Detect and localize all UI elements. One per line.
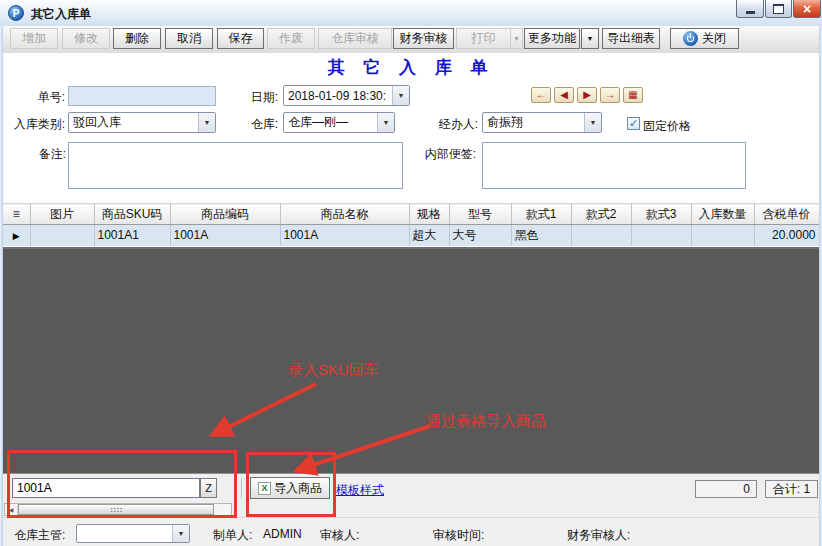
order-no-label: 单号: — [6, 89, 65, 106]
cell-code[interactable]: 1001A — [170, 225, 280, 246]
supervisor-label: 仓库主管: — [14, 527, 65, 544]
chevron-down-icon[interactable]: ▼ — [172, 525, 189, 542]
fixed-price-checkbox[interactable] — [627, 117, 640, 130]
cell-model[interactable]: 大号 — [449, 225, 511, 246]
col-sku[interactable]: 商品SKU码 — [94, 204, 170, 225]
cell-style3[interactable] — [631, 225, 691, 246]
financial-audit-button[interactable]: 财务审核 — [393, 28, 454, 49]
col-style3[interactable]: 款式3 — [631, 204, 691, 225]
close-form-label: 关闭 — [702, 30, 726, 47]
col-code[interactable]: 商品编码 — [170, 204, 280, 225]
window-frame-left — [0, 26, 3, 546]
print-button[interactable]: 打印 — [456, 28, 511, 49]
creator-label: 制单人: — [213, 527, 252, 544]
warehouse-audit-button[interactable]: 仓库审核 — [318, 28, 392, 49]
col-model[interactable]: 型号 — [449, 204, 511, 225]
chevron-down-icon: ▼ — [587, 35, 594, 42]
nav-next-button[interactable]: ▶ — [577, 87, 597, 103]
close-form-button[interactable]: 关闭 — [670, 28, 739, 49]
category-label: 入库类别: — [3, 116, 65, 133]
col-style2[interactable]: 款式2 — [571, 204, 631, 225]
cell-name[interactable]: 1001A — [280, 225, 409, 246]
remarks-field[interactable] — [68, 142, 403, 189]
template-style-link[interactable]: 模板样式 — [336, 482, 384, 499]
annotation-sku-note: 录入SKU回车 — [288, 361, 379, 380]
col-name[interactable]: 商品名称 — [280, 204, 409, 225]
internal-note-label: 内部便签: — [412, 146, 476, 163]
print-dropdown-button[interactable]: ▼ — [510, 28, 523, 49]
total-box: 合计: 1 — [765, 480, 818, 498]
items-grid: ≡ 图片 商品SKU码 商品编码 商品名称 规格 型号 款式1 款式2 款式3 … — [3, 203, 820, 246]
handler-select[interactable]: 俞振翔 ▼ — [482, 112, 602, 133]
cell-sku[interactable]: 1001A1 — [94, 225, 170, 246]
supervisor-select[interactable]: ▼ — [76, 524, 190, 543]
financial-auditor-label: 财务审核人: — [567, 527, 630, 544]
annotation-import-note: 通过表格导入商品 — [426, 412, 546, 431]
add-button[interactable]: 增加 — [10, 28, 58, 49]
col-qty[interactable]: 入库数量 — [691, 204, 754, 225]
order-no-input[interactable] — [68, 86, 216, 106]
minimize-button[interactable] — [736, 0, 764, 18]
cell-qty[interactable] — [691, 225, 754, 246]
nav-first-button[interactable]: ← — [531, 87, 551, 103]
chevron-down-icon[interactable]: ▼ — [584, 113, 601, 132]
chevron-down-icon[interactable]: ▼ — [198, 113, 215, 132]
annotation-box-import-button — [246, 452, 336, 517]
app-icon: P — [8, 5, 24, 21]
count-box: 0 — [695, 480, 757, 498]
chevron-down-icon: ▼ — [513, 35, 520, 42]
cell-style1[interactable]: 黑色 — [511, 225, 571, 246]
nav-browse-button[interactable]: ▦ — [623, 87, 643, 103]
selector-lines-icon: ≡ — [13, 207, 20, 221]
cancel-button[interactable]: 取消 — [165, 28, 213, 49]
warehouse-label: 仓库: — [244, 116, 278, 133]
nav-prev-button[interactable]: ◀ — [554, 87, 574, 103]
void-button[interactable]: 作废 — [267, 28, 315, 49]
document-title: 其 它 入 库 单 — [0, 56, 822, 79]
row-selector-header: ≡ — [3, 204, 30, 225]
more-functions-dropdown-button[interactable]: ▼ — [581, 28, 599, 49]
export-detail-button[interactable]: 导出细表 — [602, 28, 660, 49]
date-value: 2018-01-09 18:30: — [284, 89, 392, 103]
save-button[interactable]: 保存 — [217, 28, 264, 49]
grid-header-row: ≡ 图片 商品SKU码 商品编码 商品名称 规格 型号 款式1 款式2 款式3 … — [3, 204, 819, 225]
close-window-button[interactable]: × — [793, 0, 821, 18]
cell-spec[interactable]: 超大 — [409, 225, 449, 246]
row-marker-icon: ▶ — [13, 231, 20, 241]
auditor-label: 审核人: — [320, 527, 359, 544]
current-row-indicator: ▶ — [3, 225, 30, 246]
warehouse-value: 仓库—刚— — [284, 114, 377, 131]
close-icon: × — [803, 2, 811, 16]
cell-style2[interactable] — [571, 225, 631, 246]
col-picture[interactable]: 图片 — [30, 204, 94, 225]
date-picker[interactable]: 2018-01-09 18:30: ▼ — [283, 85, 410, 106]
chevron-down-icon[interactable]: ▼ — [392, 86, 409, 105]
statusbar: 仓库主管: ▼ 制单人: ADMIN 审核人: 审核时间: 财务审核人: — [0, 517, 822, 546]
annotation-box-sku-input — [7, 450, 237, 518]
table-row[interactable]: ▶ 1001A1 1001A 1001A 超大 大号 黑色 20.0000 — [3, 225, 819, 246]
cell-price[interactable]: 20.0000 — [754, 225, 819, 246]
grid-empty-area — [3, 247, 819, 473]
nav-last-button[interactable]: → — [600, 87, 620, 103]
col-spec[interactable]: 规格 — [409, 204, 449, 225]
minimize-icon — [746, 11, 755, 14]
internal-note-field[interactable] — [482, 142, 746, 189]
chevron-down-icon[interactable]: ▼ — [377, 113, 394, 132]
power-icon — [683, 31, 698, 46]
separator — [241, 478, 243, 498]
col-style1[interactable]: 款式1 — [511, 204, 571, 225]
fixed-price-label: 固定价格 — [643, 118, 691, 135]
col-price[interactable]: 含税单价 — [754, 204, 819, 225]
handler-label: 经办人: — [426, 116, 478, 133]
category-select[interactable]: 驳回入库 ▼ — [68, 112, 216, 133]
date-label: 日期: — [240, 89, 278, 106]
restore-button[interactable] — [765, 0, 792, 18]
warehouse-select[interactable]: 仓库—刚— ▼ — [283, 112, 395, 133]
creator-value: ADMIN — [263, 527, 302, 541]
delete-button[interactable]: 删除 — [113, 28, 161, 49]
more-functions-button[interactable]: 更多功能 — [524, 28, 580, 49]
restore-icon — [773, 4, 784, 14]
cell-picture[interactable] — [30, 225, 94, 246]
modify-button[interactable]: 修改 — [62, 28, 110, 49]
handler-value: 俞振翔 — [483, 114, 584, 131]
